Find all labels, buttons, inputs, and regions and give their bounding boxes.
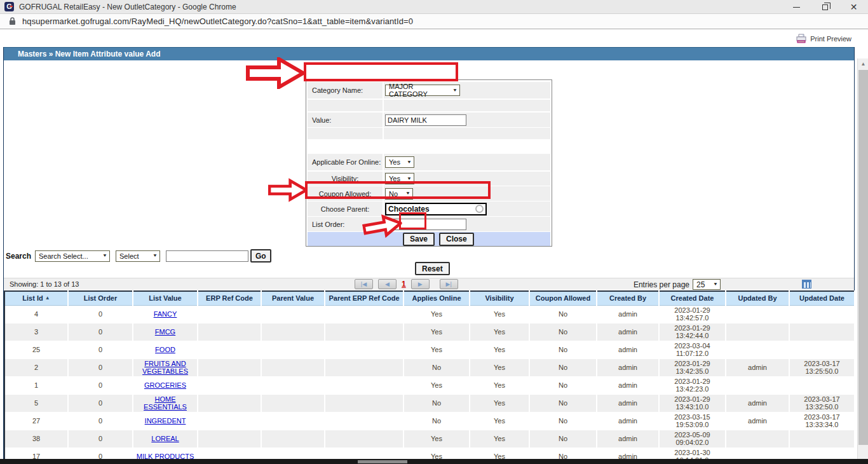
table-row: 250FOODYesYesNoadmin2023-03-04 11:07:12.… (4, 341, 855, 358)
choose-parent-input[interactable] (385, 203, 487, 215)
export-grid-icon[interactable] (802, 280, 811, 289)
column-header[interactable]: Updated Date (789, 291, 855, 305)
table-row: 40FANCYYesYesNoadmin2023-01-29 13:42:57.… (4, 305, 855, 323)
column-header[interactable]: List Id▲ (4, 291, 68, 305)
table-cell: No (529, 323, 597, 341)
column-header[interactable]: Applies Online (403, 291, 470, 305)
close-icon: ✕ (850, 3, 858, 11)
save-button[interactable]: Save (403, 233, 435, 246)
table-cell (789, 430, 855, 447)
last-page-icon: ▶| (446, 282, 452, 287)
table-cell: FOOD (133, 341, 198, 358)
table-cell: 0 (68, 394, 133, 412)
table-cell (198, 430, 261, 447)
prev-page-button[interactable]: ◀ (378, 279, 397, 289)
column-header[interactable]: Coupon Allowed (529, 291, 597, 305)
table-cell: Yes (470, 358, 529, 376)
table-cell: 0 (68, 305, 133, 323)
table-cell (726, 323, 789, 341)
chevron-down-icon: ▼ (405, 191, 410, 196)
table-cell: FMCG (133, 323, 198, 341)
column-header[interactable]: Created Date (659, 291, 726, 305)
last-page-button[interactable]: ▶| (440, 279, 458, 289)
table-cell: admin (726, 394, 789, 412)
table-cell: No (529, 376, 597, 394)
table-cell: Yes (403, 341, 470, 358)
list-value-link[interactable]: FMCG (155, 328, 175, 336)
table-row: 10GROCERIESYesYesNoadmin2023-01-29 13:42… (4, 376, 855, 394)
table-cell: Yes (470, 305, 529, 323)
go-button[interactable]: Go (250, 249, 271, 263)
column-header[interactable]: ERP Ref Code (198, 291, 261, 305)
table-cell (325, 323, 403, 341)
column-header[interactable]: Updated By (726, 291, 789, 305)
table-cell (198, 394, 261, 412)
chevron-down-icon: ▼ (452, 88, 458, 92)
table-cell (261, 376, 325, 394)
search-input[interactable] (166, 250, 248, 262)
table-cell: 0 (68, 341, 133, 358)
table-cell: admin (726, 358, 789, 376)
table-cell (261, 412, 325, 430)
close-form-button[interactable]: Close (439, 233, 474, 246)
table-cell (726, 430, 789, 447)
table-cell: Yes (470, 376, 529, 394)
list-value-link[interactable]: HOME ESSENTIALS (144, 395, 187, 411)
page-number[interactable]: 1 (402, 280, 406, 289)
search-field-select[interactable]: Search Select... ▼ (35, 250, 110, 262)
table-cell: Yes (470, 323, 529, 341)
column-header[interactable]: Visibility (470, 291, 529, 305)
table-cell: FANCY (133, 305, 198, 323)
scroll-up-icon[interactable]: ▲ (858, 58, 868, 69)
table-cell: 1 (4, 376, 68, 394)
address-bar[interactable]: hqsupermarket.gofrugal.com/RayMedi_HQ/ne… (0, 14, 868, 29)
list-value-link[interactable]: GROCERIES (144, 381, 186, 389)
list-order-label: List Order: (308, 217, 383, 231)
vertical-scrollbar[interactable]: ▲ ▼ (857, 58, 868, 464)
scrollbar-thumb[interactable] (858, 70, 868, 445)
table-cell: FRUITS AND VEGETABLES (133, 358, 198, 376)
reset-button[interactable]: Reset (415, 262, 450, 275)
next-page-button[interactable]: ▶ (411, 279, 430, 289)
horizontal-scroll-thumb[interactable] (358, 460, 407, 463)
value-input[interactable] (385, 114, 466, 126)
column-header[interactable]: List Value (133, 291, 198, 305)
category-name-select[interactable]: MAJOR CATEGORY ▼ (385, 85, 460, 96)
table-cell: admin (597, 358, 659, 376)
coupon-allowed-select[interactable]: No ▼ (385, 188, 413, 200)
browser-window: G GOFRUGAL RetailEasy - New OutletCatego… (0, 0, 868, 464)
column-header[interactable]: Parent Value (261, 291, 325, 305)
table-cell (325, 376, 403, 394)
list-value-link[interactable]: FRUITS AND VEGETABLES (142, 360, 188, 375)
table-body: 40FANCYYesYesNoadmin2023-01-29 13:42:57.… (4, 305, 855, 464)
table-cell (198, 412, 261, 430)
maximize-button[interactable] (811, 0, 839, 14)
minimize-button[interactable] (782, 0, 811, 14)
list-value-link[interactable]: FANCY (154, 310, 177, 318)
search-operator-select[interactable]: Select ▼ (116, 250, 160, 262)
table-cell: Yes (403, 376, 470, 394)
table-cell: Yes (403, 305, 470, 323)
column-header[interactable]: Created By (597, 291, 659, 305)
table-cell: admin (597, 305, 659, 323)
list-value-link[interactable]: FOOD (155, 346, 175, 353)
category-name-label: Category Name: (308, 82, 383, 99)
first-page-button[interactable]: |◀ (355, 279, 373, 289)
table-cell (325, 341, 403, 358)
applicable-online-select[interactable]: Yes ▼ (385, 156, 414, 168)
table-cell: INGREDENT (133, 412, 198, 430)
list-order-input[interactable] (385, 219, 466, 230)
list-value-link[interactable]: LOREAL (151, 435, 179, 442)
close-button[interactable]: ✕ (839, 0, 868, 14)
search-label: Search (6, 252, 31, 261)
list-value-link[interactable]: INGREDENT (145, 417, 186, 425)
visibility-select[interactable]: Yes ▼ (385, 173, 414, 184)
table-cell (261, 358, 325, 376)
column-header[interactable]: List Order (68, 291, 133, 305)
table-row: 270INGREDENTNoYesNoadmin2023-03-15 19:53… (4, 412, 855, 430)
first-page-icon: |◀ (361, 282, 367, 287)
url-text[interactable]: hqsupermarket.gofrugal.com/RayMedi_HQ/ne… (22, 17, 413, 26)
column-header[interactable]: Parent ERP Ref Code (325, 291, 403, 305)
print-preview-button[interactable]: Print Preview (796, 34, 851, 43)
entries-per-page-select[interactable]: 25 ▼ (693, 279, 721, 290)
